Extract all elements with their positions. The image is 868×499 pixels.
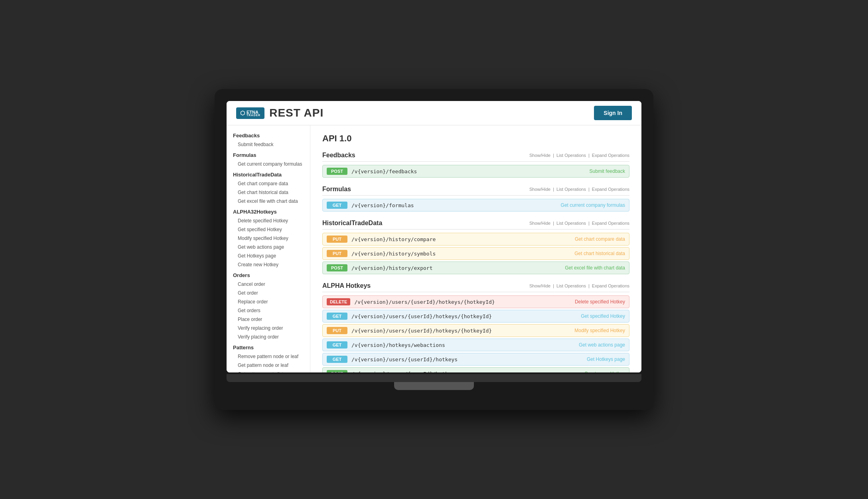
sidebar-item[interactable]: Remove pattern node or leaf	[227, 352, 310, 361]
main-content: FeedbacksSubmit feedbackFormulasGet curr…	[227, 125, 641, 372]
link-separator: |	[588, 221, 590, 226]
api-row[interactable]: GET/v{version}/users/{userId}/hotkeysGet…	[322, 353, 629, 366]
sidebar-item[interactable]: Get excel file with chart data	[227, 197, 310, 206]
sidebar-section-title: Orders	[227, 269, 310, 280]
api-section-link[interactable]: Show/Hide	[529, 153, 550, 158]
sidebar-item[interactable]: Get orders	[227, 306, 310, 315]
sidebar-item[interactable]: Create new Hotkey	[227, 260, 310, 269]
api-section-title: HistoricalTradeData	[322, 220, 382, 227]
sidebar-item[interactable]: Verify placing order	[227, 333, 310, 341]
sidebar-item[interactable]: Get patterns roots list page	[227, 370, 310, 372]
api-row[interactable]: DELETE/v{version}/users/{userId}/hotkeys…	[322, 295, 629, 308]
api-section: HistoricalTradeDataShow/Hide|List Operat…	[322, 220, 629, 274]
sidebar-item[interactable]: Get chart historical data	[227, 188, 310, 197]
api-section-link[interactable]: Expand Operations	[592, 187, 629, 192]
api-path: /v{version}/users/{userId}/hotkeys	[351, 371, 553, 373]
api-row[interactable]: POST/v{version}/users/{userId}/hotkeysCr…	[322, 367, 629, 372]
sidebar-item[interactable]: Place order	[227, 315, 310, 324]
api-section-link[interactable]: List Operations	[556, 187, 586, 192]
api-path: /v{version}/history/symbols	[351, 251, 553, 257]
api-row[interactable]: PUT/v{version}/history/compareGet chart …	[322, 233, 629, 246]
api-section-links: Show/Hide|List Operations|Expand Operati…	[529, 187, 629, 192]
sidebar-item[interactable]: Get Hotkeys page	[227, 251, 310, 260]
api-section-title: Feedbacks	[322, 152, 355, 159]
api-section-link[interactable]: Show/Hide	[529, 283, 550, 288]
api-desc: Get specified Hotkey	[553, 313, 625, 319]
sidebar-item[interactable]: Replace order	[227, 297, 310, 306]
sidebar-section-title: HistoricalTradeData	[227, 168, 310, 179]
method-badge: POST	[327, 168, 347, 175]
api-section-link[interactable]: Show/Hide	[529, 187, 550, 192]
api-row[interactable]: POST/v{version}/history/exportGet excel …	[322, 261, 629, 274]
sidebar-item[interactable]: Modify specified Hotkey	[227, 234, 310, 243]
page-title: API 1.0	[322, 133, 629, 144]
api-section-header: ALPHA HotkeysShow/Hide|List Operations|E…	[322, 282, 629, 292]
api-desc: Get chart historical data	[553, 251, 625, 256]
link-separator: |	[588, 283, 590, 288]
method-badge: DELETE	[327, 298, 350, 305]
content-area: API 1.0 FeedbacksShow/Hide|List Operatio…	[310, 125, 641, 372]
laptop-bottom	[227, 374, 641, 382]
api-row[interactable]: PUT/v{version}/users/{userId}/hotkeys/{h…	[322, 324, 629, 337]
api-path: /v{version}/history/compare	[351, 236, 553, 242]
sidebar-item[interactable]: Verify replacing order	[227, 324, 310, 333]
sidebar-item[interactable]: Get current company formulas	[227, 160, 310, 168]
method-badge: GET	[327, 356, 347, 363]
link-separator: |	[588, 187, 590, 192]
sidebar-section-title: Formulas	[227, 149, 310, 160]
api-section-link[interactable]: List Operations	[556, 221, 586, 226]
api-row[interactable]: PUT/v{version}/history/symbolsGet chart …	[322, 247, 629, 260]
api-row[interactable]: GET/v{version}/users/{userId}/hotkeys/{h…	[322, 310, 629, 323]
api-path: /v{version}/users/{userId}/hotkeys	[351, 356, 553, 362]
method-badge: GET	[327, 341, 347, 349]
api-section-links: Show/Hide|List Operations|Expand Operati…	[529, 221, 629, 226]
api-desc: Get web actions page	[553, 342, 625, 348]
api-row[interactable]: GET/v{version}/hotkeys/webactionsGet web…	[322, 339, 629, 351]
logo-icon: ⬡	[240, 110, 245, 116]
link-separator: |	[553, 187, 554, 192]
method-badge: GET	[327, 313, 347, 320]
api-path: /v{version}/users/{userId}/hotkeys/{hotk…	[354, 299, 553, 305]
api-desc: Submit feedback	[553, 168, 625, 174]
api-desc: Delete specified Hotkey	[553, 299, 625, 305]
api-section-link[interactable]: List Operations	[556, 153, 586, 158]
api-section: FormulasShow/Hide|List Operations|Expand…	[322, 186, 629, 212]
api-section-link[interactable]: Expand Operations	[592, 283, 629, 288]
api-desc: Create new Hotkey	[553, 371, 625, 372]
sign-in-button[interactable]: Sign In	[594, 106, 632, 120]
header-title: REST API	[269, 107, 324, 119]
link-separator: |	[553, 283, 554, 288]
sidebar-item[interactable]: Cancel order	[227, 280, 310, 289]
method-badge: PUT	[327, 236, 347, 243]
api-path: /v{version}/users/{userId}/hotkeys/{hotk…	[351, 313, 553, 319]
api-sections: FeedbacksShow/Hide|List Operations|Expan…	[322, 152, 629, 372]
sidebar-item[interactable]: Delete specified Hotkey	[227, 216, 310, 225]
method-badge: GET	[327, 202, 347, 209]
sidebar-item[interactable]: Submit feedback	[227, 140, 310, 149]
api-desc: Get chart compare data	[553, 236, 625, 242]
sidebar-item[interactable]: Get order	[227, 289, 310, 297]
method-badge: POST	[327, 370, 347, 372]
api-section-link[interactable]: Show/Hide	[529, 221, 550, 226]
api-row[interactable]: GET/v{version}/formulasGet current compa…	[322, 199, 629, 212]
api-section-links: Show/Hide|List Operations|Expand Operati…	[529, 153, 629, 158]
api-row[interactable]: POST/v{version}/feedbacksSubmit feedback	[322, 165, 629, 178]
sidebar-item[interactable]: Get web actions page	[227, 243, 310, 251]
api-section-link[interactable]: List Operations	[556, 283, 586, 288]
api-path: /v{version}/feedbacks	[351, 168, 553, 174]
sidebar-item[interactable]: Get pattern node or leaf	[227, 361, 310, 370]
api-section-link[interactable]: Expand Operations	[592, 153, 629, 158]
logo: ⬡ ETNA TRADER	[236, 107, 264, 119]
api-section-links: Show/Hide|List Operations|Expand Operati…	[529, 283, 629, 288]
sidebar-section-title: ALPHA32Hotkeys	[227, 206, 310, 216]
method-badge: POST	[327, 264, 347, 271]
sidebar-section-title: Feedbacks	[227, 129, 310, 140]
sidebar-item[interactable]: Get chart compare data	[227, 179, 310, 188]
api-desc: Modify specified Hotkey	[553, 328, 625, 333]
api-path: /v{version}/users/{userId}/hotkeys/{hotk…	[351, 328, 553, 334]
api-section-link[interactable]: Expand Operations	[592, 221, 629, 226]
sidebar-item[interactable]: Get specified Hotkey	[227, 225, 310, 234]
api-path: /v{version}/formulas	[351, 202, 553, 208]
api-section-header: FormulasShow/Hide|List Operations|Expand…	[322, 186, 629, 196]
header: ⬡ ETNA TRADER REST API Sign In	[227, 101, 641, 125]
